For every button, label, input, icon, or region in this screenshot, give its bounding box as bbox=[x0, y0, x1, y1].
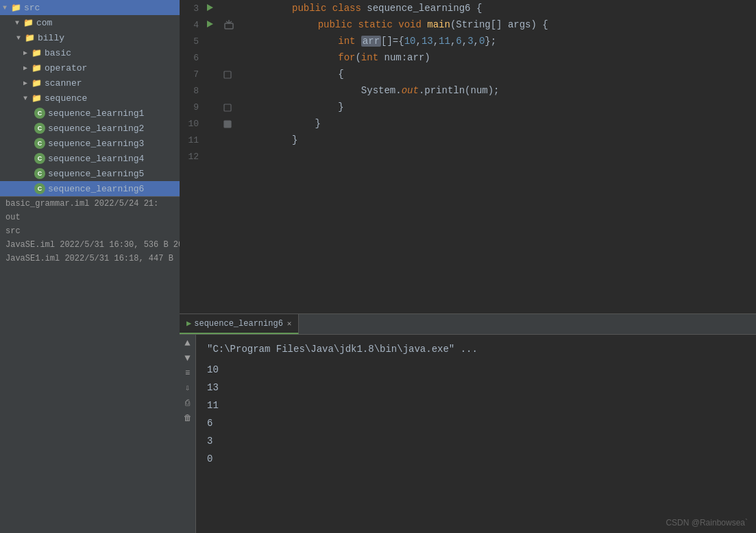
folder-icon: 📁 bbox=[32, 78, 42, 88]
console-cmd-line: "C:\Program Files\Java\jdk1.8\bin\java.e… bbox=[207, 340, 745, 358]
svg-rect-5 bbox=[224, 104, 231, 111]
run-gutter-icon[interactable] bbox=[207, 21, 218, 29]
output-value: 6 bbox=[207, 418, 212, 429]
print-button[interactable]: ⎙ bbox=[182, 398, 193, 409]
run-tab-label: sequence_learning6 bbox=[194, 319, 283, 329]
sidebar-bottom-label: basic_grammar.iml 2022/5/24 21: bbox=[5, 199, 158, 209]
java-file-icon bbox=[34, 108, 45, 119]
expand-icon: ▶ bbox=[23, 49, 30, 57]
line-number: 4 bbox=[180, 20, 207, 30]
output-value: 10 bbox=[207, 364, 219, 375]
console-output-0: 0 bbox=[207, 450, 745, 468]
sidebar-item-src[interactable]: ▼ 📁 src bbox=[0, 0, 180, 15]
folder-icon: 📁 bbox=[32, 48, 42, 58]
watermark: CSDN @Rainbowsea` bbox=[666, 518, 748, 528]
sidebar-bottom-label: out bbox=[5, 213, 21, 222]
sidebar-item-sl6[interactable]: sequence_learning6 bbox=[0, 181, 180, 196]
sidebar-bottom-item-src[interactable]: src bbox=[0, 224, 180, 238]
line-number: 8 bbox=[180, 86, 207, 96]
sidebar-item-label: sequence_learning6 bbox=[48, 184, 144, 194]
output-value: 0 bbox=[207, 453, 212, 464]
svg-rect-4 bbox=[224, 71, 231, 78]
sidebar-item-scanner[interactable]: ▶ 📁 scanner bbox=[0, 75, 180, 91]
sidebar-item-basic[interactable]: ▶ 📁 basic bbox=[0, 45, 180, 60]
sidebar-item-sl4[interactable]: sequence_learning4 bbox=[0, 151, 180, 166]
folder-icon: 📁 bbox=[25, 33, 35, 43]
console-output-6: 6 bbox=[207, 414, 745, 432]
sidebar-bottom-item-javase1[interactable]: JavaSE1.iml 2022/5/31 16:18, 447 B bbox=[0, 252, 180, 265]
stop-button[interactable]: ⇩ bbox=[182, 383, 193, 394]
sidebar-item-label: billy bbox=[38, 33, 64, 43]
line-number: 11 bbox=[180, 135, 207, 145]
rerun-button[interactable]: ≡ bbox=[182, 368, 193, 379]
line-number: 7 bbox=[180, 69, 207, 80]
sidebar-bottom-item-out[interactable]: out bbox=[0, 211, 180, 224]
sidebar-item-label: com bbox=[36, 18, 52, 28]
java-file-icon bbox=[34, 123, 45, 134]
console-content: ▲ ▼ ≡ ⇩ ⎙ 🗑 "C:\Program Files\Java\jdk1.… bbox=[180, 335, 756, 533]
sidebar-item-label: sequence_learning5 bbox=[48, 169, 144, 179]
sidebar-item-label: sequence_learning1 bbox=[48, 108, 144, 119]
sidebar-item-billy[interactable]: ▼ 📁 billy bbox=[0, 30, 180, 45]
line-number: 3 bbox=[180, 3, 207, 14]
line-number: 6 bbox=[180, 53, 207, 63]
sidebar-bottom-item-javase[interactable]: JavaSE.iml 2022/5/31 16:30, 536 B 202 bbox=[0, 238, 180, 252]
console-cmd-text: "C:\Program Files\Java\jdk1.8\bin\java.e… bbox=[207, 344, 478, 355]
folder-icon: 📁 bbox=[32, 63, 42, 73]
sidebar-item-sl5[interactable]: sequence_learning5 bbox=[0, 166, 180, 181]
java-file-icon bbox=[34, 153, 45, 164]
sidebar-item-sl1[interactable]: sequence_learning1 bbox=[0, 106, 180, 121]
sidebar-bottom-item-iml[interactable]: basic_grammar.iml 2022/5/24 21: bbox=[0, 197, 180, 211]
line-number: 12 bbox=[180, 152, 207, 162]
folder-icon: 📁 bbox=[32, 93, 42, 104]
sidebar-bottom-label: JavaSE1.iml 2022/5/31 16:18, 447 B bbox=[5, 254, 173, 263]
scroll-down-button[interactable]: ▼ bbox=[182, 353, 193, 364]
sidebar-item-com[interactable]: ▼ 📁 com bbox=[0, 15, 180, 30]
bottom-panel: ▶ sequence_learning6 ✕ ▲ ▼ ≡ ⇩ ⎙ 🗑 bbox=[180, 313, 756, 533]
expand-icon: ▼ bbox=[16, 34, 23, 42]
line-number: 10 bbox=[180, 119, 207, 129]
sidebar-item-label: scanner bbox=[45, 78, 82, 88]
sidebar-bottom-label: src bbox=[5, 226, 21, 236]
sidebar-item-label: sequence_learning2 bbox=[48, 123, 144, 134]
code-editor[interactable]: 3 public class sequence_learning6 { 4 bbox=[180, 0, 756, 313]
sidebar-item-label: operator bbox=[45, 63, 87, 73]
sidebar-item-sequence[interactable]: ▼ 📁 sequence bbox=[0, 91, 180, 106]
expand-icon: ▶ bbox=[23, 79, 30, 87]
folder-icon: 📁 bbox=[23, 18, 34, 28]
run-gutter-icon[interactable] bbox=[207, 4, 218, 13]
sidebar-item-operator[interactable]: ▶ 📁 operator bbox=[0, 60, 180, 75]
output-value: 3 bbox=[207, 436, 212, 447]
sidebar-item-label: sequence_learning4 bbox=[48, 154, 144, 164]
sidebar-item-label: src bbox=[24, 3, 40, 13]
line-number: 5 bbox=[180, 36, 207, 47]
run-tab-icon: ▶ bbox=[186, 318, 191, 329]
console-output: "C:\Program Files\Java\jdk1.8\bin\java.e… bbox=[196, 335, 756, 533]
java-file-icon bbox=[34, 138, 45, 149]
svg-rect-6 bbox=[224, 121, 231, 128]
expand-icon: ▼ bbox=[23, 95, 30, 102]
lambda-icon bbox=[223, 120, 232, 128]
bottom-tabs: ▶ sequence_learning6 ✕ bbox=[180, 314, 756, 335]
output-value: 11 bbox=[207, 400, 219, 411]
output-value: 13 bbox=[207, 382, 219, 393]
watermark-text: CSDN @Rainbowsea` bbox=[666, 518, 748, 528]
run-tab[interactable]: ▶ sequence_learning6 ✕ bbox=[180, 314, 299, 334]
console-output-3: 3 bbox=[207, 432, 745, 450]
file-tree[interactable]: ▼ 📁 src ▼ 📁 com ▼ 📁 billy ▶ 📁 basic bbox=[0, 0, 180, 533]
lambda-icon bbox=[223, 71, 232, 79]
sidebar-item-label: basic bbox=[45, 48, 71, 58]
code-content: } bbox=[234, 123, 297, 156]
java-file-icon bbox=[34, 168, 45, 179]
sidebar-item-label: sequence_learning3 bbox=[48, 139, 144, 149]
expand-icon: ▶ bbox=[23, 64, 30, 72]
sidebar-item-sl3[interactable]: sequence_learning3 bbox=[0, 136, 180, 151]
console-output-10: 10 bbox=[207, 361, 745, 379]
scroll-up-button[interactable]: ▲ bbox=[182, 337, 193, 348]
sidebar-bottom-section: basic_grammar.iml 2022/5/24 21: out src … bbox=[0, 196, 180, 265]
sidebar-item-sl2[interactable]: sequence_learning2 bbox=[0, 121, 180, 136]
close-tab-button[interactable]: ✕ bbox=[287, 319, 292, 328]
code-line-11: 11 } bbox=[180, 132, 756, 148]
java-file-icon bbox=[34, 183, 45, 194]
clear-button[interactable]: 🗑 bbox=[182, 413, 193, 424]
